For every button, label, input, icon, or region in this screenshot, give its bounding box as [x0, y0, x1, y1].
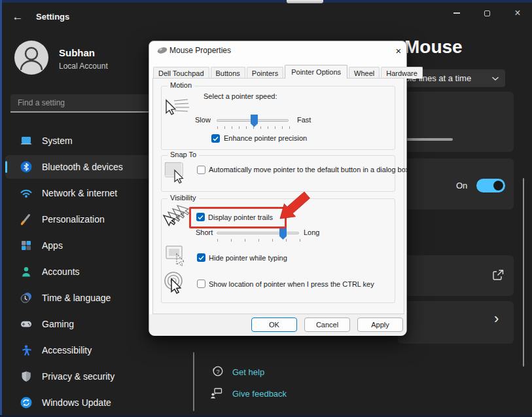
tab-wheel[interactable]: Wheel — [349, 67, 380, 79]
gaming-icon — [20, 317, 33, 331]
tab-pointer-options[interactable]: Pointer Options — [285, 65, 347, 79]
sidebar-item-privacy-security[interactable]: Privacy & security — [5, 365, 190, 388]
back-button[interactable]: ← — [9, 9, 26, 26]
group-label: Snap To — [168, 151, 199, 158]
toggle-state-label: On — [456, 181, 467, 190]
pointer-speed-icon — [164, 96, 190, 121]
chevron-right-icon: › — [494, 310, 499, 327]
sidebar-item-windows-update[interactable]: Windows Update — [5, 391, 190, 414]
minimize-button[interactable] — [448, 5, 466, 21]
sidebar-item-label: Privacy & security — [42, 365, 115, 388]
sidebar-item-label: Gaming — [42, 312, 74, 336]
background-window-fragment — [287, 0, 323, 3]
slider-ticks — [217, 239, 300, 242]
give-feedback-link[interactable]: Give feedback — [232, 389, 287, 399]
additional-mouse-settings-card[interactable] — [398, 255, 514, 296]
annotation-arrow — [277, 191, 315, 221]
close-button[interactable]: × — [508, 5, 527, 21]
close-icon: × — [514, 7, 520, 19]
sidebar-item-label: System — [42, 129, 73, 153]
sidebar-item-label: Time & language — [42, 286, 111, 310]
time-language-icon — [20, 291, 33, 304]
apps-icon — [20, 239, 33, 252]
user-name: Subhan — [59, 47, 95, 58]
accounts-icon — [20, 265, 33, 278]
tab-dell-touchpad[interactable]: Dell Touchpad — [153, 67, 209, 79]
fast-label: Fast — [297, 116, 311, 124]
group-label: Visibility — [168, 194, 199, 202]
toggle-switch[interactable] — [476, 179, 505, 192]
windows-update-icon — [20, 396, 33, 409]
system-icon — [20, 134, 33, 147]
sidebar-item-label: Windows Update — [42, 391, 111, 414]
toggle-knob — [493, 181, 503, 190]
person-icon — [14, 41, 48, 75]
get-help-link[interactable]: Get help — [232, 367, 264, 377]
related-settings-card[interactable]: › — [398, 301, 514, 344]
network-icon — [20, 187, 33, 200]
bluetooth-icon — [20, 160, 33, 173]
cancel-button[interactable]: Cancel — [304, 317, 350, 332]
tab-hardware[interactable]: Hardware — [381, 67, 423, 79]
feedback-icon — [209, 386, 224, 401]
long-label: Long — [304, 228, 319, 236]
dialog-title: Mouse Properties — [169, 46, 231, 55]
enhance-pointer-precision-label[interactable]: Enhance pointer precision — [224, 134, 307, 142]
window-border-left — [0, 0, 2, 417]
pointer-location-icon — [162, 270, 187, 295]
help-icon: ? — [211, 365, 225, 379]
selection-pill — [5, 161, 7, 173]
group-label: Motion — [168, 81, 194, 89]
apply-button[interactable]: Apply — [357, 317, 403, 332]
page-title: Mouse — [404, 37, 463, 58]
pointer-trails-icon — [160, 204, 190, 233]
window-border-top — [0, 0, 532, 3]
snap-to-icon — [164, 161, 188, 185]
minimize-icon — [453, 12, 460, 14]
mouse-properties-dialog: Mouse Properties × Dell Touchpad Buttons… — [149, 41, 407, 335]
dialog-close-button[interactable]: × — [391, 43, 406, 58]
hide-pointer-while-typing-label[interactable]: Hide pointer while typing — [209, 254, 287, 262]
sidebar-item-label: Bluetooth & devices — [42, 155, 123, 179]
background-slider[interactable] — [402, 138, 453, 141]
mouse-icon — [156, 46, 168, 55]
close-icon: × — [396, 45, 402, 56]
svg-text:?: ? — [217, 369, 220, 375]
hide-pointer-icon — [166, 245, 188, 266]
short-label: Short — [196, 228, 213, 236]
external-link-icon — [491, 268, 505, 281]
snap-to-label[interactable]: Automatically move pointer to the defaul… — [209, 165, 427, 174]
show-pointer-location-label[interactable]: Show location of pointer when I press th… — [209, 280, 374, 288]
maximize-button[interactable] — [478, 5, 496, 21]
search-input[interactable] — [10, 94, 151, 111]
page-scrollbar[interactable] — [523, 178, 524, 367]
app-title: Settings — [36, 12, 69, 22]
chevron-down-icon — [491, 76, 499, 81]
dialog-titlebar[interactable]: Mouse Properties × — [149, 41, 406, 61]
hide-pointer-while-typing-checkbox[interactable] — [197, 253, 205, 262]
sidebar-item-label: Accessibility — [42, 338, 92, 362]
settings-window: ← Settings × Subhan Local Account System… — [0, 0, 532, 417]
check-icon — [213, 136, 219, 141]
search-box[interactable] — [10, 94, 151, 113]
show-pointer-location-checkbox[interactable] — [197, 280, 205, 288]
sidebar-item-accessibility[interactable]: Accessibility — [5, 338, 190, 362]
ok-button[interactable]: OK — [251, 317, 297, 332]
enhance-pointer-precision-checkbox[interactable] — [211, 134, 220, 143]
back-icon: ← — [12, 10, 24, 24]
slider-ticks — [217, 126, 290, 129]
sidebar-item-label: Personalization — [42, 208, 105, 231]
sidebar-item-label: Accounts — [42, 260, 80, 283]
sidebar-item-label: Apps — [42, 234, 63, 257]
tab-pointers[interactable]: Pointers — [247, 67, 283, 79]
scroll-speed-card — [398, 92, 514, 152]
tab-buttons[interactable]: Buttons — [211, 67, 245, 79]
snap-to-checkbox[interactable] — [197, 166, 205, 174]
sidebar-item-label: Network & internet — [42, 181, 117, 205]
maximize-icon — [484, 10, 490, 16]
content-scrollbar[interactable] — [193, 352, 194, 411]
dialog-tabs: Dell Touchpad Buttons Pointers Pointer O… — [153, 66, 424, 79]
personalization-icon — [20, 213, 33, 226]
pointer-speed-label: Select a pointer speed: — [204, 92, 277, 100]
trail-length-slider-track[interactable] — [217, 232, 299, 234]
